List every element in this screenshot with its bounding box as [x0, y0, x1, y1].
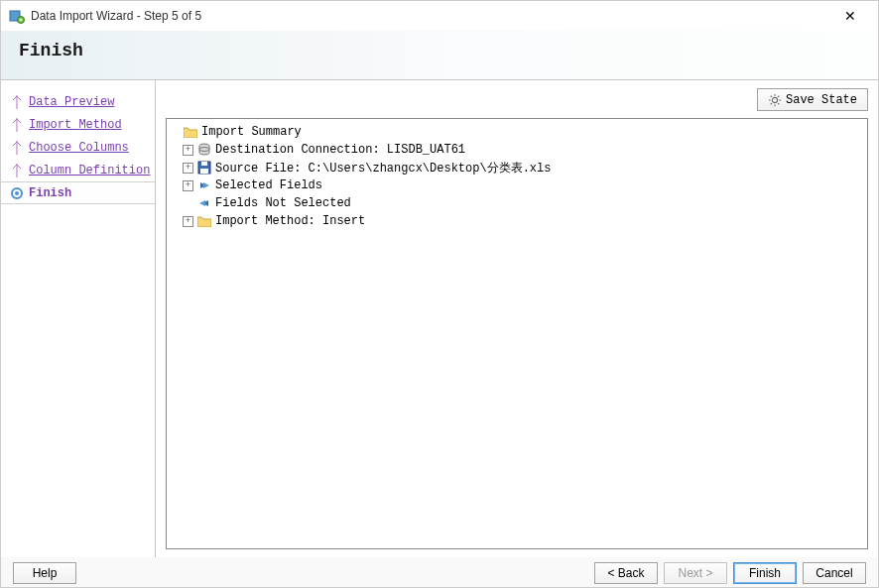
- sidebar-step-data-preview[interactable]: Data Preview: [1, 90, 155, 113]
- current-step-icon: [9, 185, 25, 201]
- wizard-header: Finish: [1, 31, 878, 80]
- tree-item-label: Source File: C:\Users\zhangcx\Desktop\分类…: [215, 160, 551, 176]
- tree-item-source-file[interactable]: + Source File: C:\Users\zhangcx\Desktop\…: [169, 159, 865, 176]
- sidebar-step-finish: Finish: [1, 181, 155, 204]
- tree-item-label: Selected Fields: [215, 178, 322, 192]
- arrow-left-icon: [196, 195, 212, 211]
- tree-item-label: Destination Connection: LISDB_UAT61: [215, 143, 465, 157]
- disk-icon: [196, 160, 212, 176]
- database-icon: [196, 142, 212, 158]
- svg-line-15: [771, 103, 772, 104]
- tree-item-import-method[interactable]: + Import Method: Insert: [169, 212, 865, 230]
- folder-icon: [183, 124, 198, 140]
- page-title: Finish: [19, 41, 860, 60]
- expand-toggle[interactable]: +: [183, 163, 193, 174]
- step-icon: [9, 117, 25, 133]
- expand-toggle[interactable]: +: [183, 145, 193, 156]
- step-link[interactable]: Choose Columns: [29, 141, 129, 155]
- expand-toggle[interactable]: +: [183, 180, 193, 191]
- expand-toggle[interactable]: +: [183, 216, 193, 227]
- tree-root[interactable]: Import Summary: [169, 123, 865, 141]
- next-button: Next >: [664, 562, 727, 584]
- close-button[interactable]: ✕: [830, 1, 870, 31]
- cancel-button[interactable]: Cancel: [803, 562, 866, 584]
- save-state-label: Save State: [786, 93, 857, 107]
- main-panel: Save State Import Summary + Destination …: [156, 80, 878, 557]
- step-label: Finish: [29, 186, 71, 200]
- wizard-steps-sidebar: Data Preview Import Method Choose Column…: [1, 80, 156, 557]
- tree-root-label: Import Summary: [201, 125, 302, 139]
- svg-point-8: [772, 97, 777, 102]
- step-link[interactable]: Import Method: [29, 118, 122, 132]
- step-icon: [9, 94, 25, 110]
- tree-item-selected-fields[interactable]: + Selected Fields: [169, 176, 865, 194]
- step-link[interactable]: Column Definition: [29, 164, 150, 177]
- sidebar-step-import-method[interactable]: Import Method: [1, 113, 155, 136]
- tree-item-label: Import Method: Insert: [215, 214, 365, 228]
- toolbar: Save State: [166, 88, 868, 118]
- step-icon: [9, 163, 25, 178]
- svg-point-7: [15, 191, 19, 195]
- save-state-button[interactable]: Save State: [757, 88, 868, 111]
- svg-line-14: [778, 103, 779, 104]
- back-button[interactable]: < Back: [594, 562, 658, 584]
- svg-line-13: [771, 95, 772, 96]
- gear-icon: [768, 93, 782, 107]
- summary-tree[interactable]: Import Summary + Destination Connection:…: [166, 118, 868, 549]
- titlebar: Data Import Wizard - Step 5 of 5 ✕: [1, 1, 878, 31]
- sidebar-step-choose-columns[interactable]: Choose Columns: [1, 136, 155, 159]
- step-link[interactable]: Data Preview: [29, 95, 114, 109]
- arrow-right-icon: [196, 177, 212, 193]
- app-icon: [9, 8, 25, 24]
- sidebar-step-column-definition[interactable]: Column Definition: [1, 159, 155, 181]
- window-title: Data Import Wizard - Step 5 of 5: [31, 9, 830, 23]
- svg-rect-21: [200, 169, 208, 174]
- finish-button[interactable]: Finish: [733, 562, 797, 584]
- tree-item-fields-not-selected[interactable]: Fields Not Selected: [169, 194, 865, 212]
- tree-item-label: Fields Not Selected: [215, 196, 351, 210]
- tree-item-destination[interactable]: + Destination Connection: LISDB_UAT61: [169, 141, 865, 159]
- wizard-footer: Help < Back Next > Finish Cancel: [1, 557, 878, 588]
- svg-rect-20: [201, 162, 207, 166]
- help-button[interactable]: Help: [13, 562, 76, 584]
- folder-icon: [196, 213, 212, 229]
- step-icon: [9, 140, 25, 156]
- svg-line-16: [778, 95, 779, 96]
